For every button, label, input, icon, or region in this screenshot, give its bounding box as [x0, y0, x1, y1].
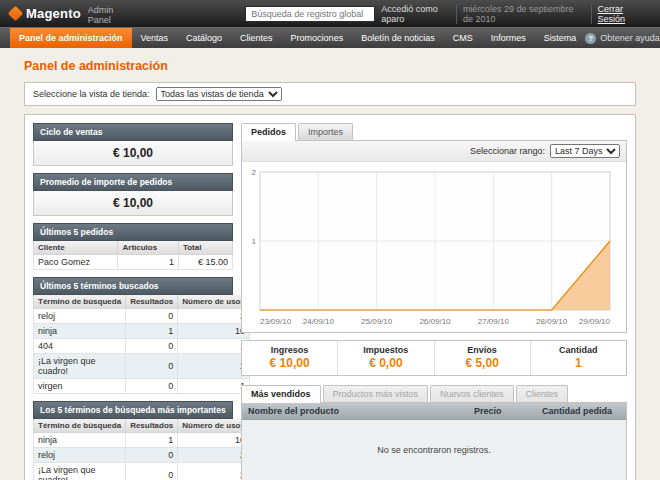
svg-text:28/09/10: 28/09/10: [536, 317, 568, 326]
help-label: Obtener ayuda para esta página: [600, 33, 660, 43]
search-term: ninja: [34, 433, 126, 448]
svg-text:24/09/10: 24/09/10: [303, 317, 335, 326]
col-results: Resultados: [126, 419, 178, 433]
chart-tabs: Pedidos Importes: [241, 123, 627, 140]
store-switcher: Seleccione la vista de tienda: Todas las…: [24, 82, 636, 106]
grid-empty-message: No se encontraron registros.: [242, 420, 626, 480]
lifetime-sales-title: Ciclo de ventas: [33, 123, 233, 141]
top-search-section: Los 5 términos de búsqueda más important…: [33, 401, 233, 480]
col-articulos: Artículos: [118, 241, 178, 255]
col-cliente: Cliente: [34, 241, 118, 255]
stat-value: 1: [531, 356, 626, 370]
tab-pedidos[interactable]: Pedidos: [241, 123, 296, 141]
nav-item-promociones[interactable]: Promociones: [282, 28, 353, 48]
stats-row: Ingresos € 10,00 Impuestos € 0,00 Envíos…: [241, 340, 627, 376]
main-nav: Panel de administración Ventas Catálogo …: [0, 27, 660, 48]
dashboard-left-column: Ciclo de ventas € 10,00 Promedio de impo…: [33, 123, 233, 472]
help-link[interactable]: ? Obtener ayuda para esta página: [585, 28, 660, 48]
search-results: 0: [126, 463, 178, 480]
average-orders-value: € 10,00: [33, 191, 233, 216]
stat-value: € 10,00: [242, 356, 337, 370]
search-term-row[interactable]: ninja 1 10: [34, 433, 250, 448]
range-bar: Seleccionar rango: Last 7 Days: [242, 141, 626, 162]
search-term: virgen: [34, 379, 126, 394]
search-term: 404: [34, 339, 126, 354]
grid-tabs: Más vendidos Productos más vistos Nuevos…: [241, 385, 627, 402]
magento-logo-icon: [8, 6, 24, 22]
nav-item-ventas[interactable]: Ventas: [132, 28, 178, 48]
tab-productos-mas-vistos[interactable]: Productos más vistos: [323, 385, 429, 402]
search-uses: 10: [178, 433, 250, 448]
stat-value: € 5,00: [435, 356, 530, 370]
search-term-row[interactable]: reloj 0 2: [34, 448, 250, 463]
tab-importes[interactable]: Importes: [298, 123, 353, 140]
logout-link[interactable]: Cerrar Sesión: [591, 4, 650, 24]
search-results: 0: [126, 309, 178, 324]
stat-label: Ingresos: [242, 345, 337, 355]
store-view-label: Seleccione la vista de tienda:: [33, 89, 150, 99]
tab-mas-vendidos[interactable]: Más vendidos: [241, 385, 321, 403]
nav-item-informes[interactable]: Informes: [482, 28, 535, 48]
global-search-input[interactable]: [245, 6, 375, 22]
nav-item-cms[interactable]: CMS: [444, 28, 482, 48]
dashboard-panel: Ciclo de ventas € 10,00 Promedio de impo…: [24, 114, 636, 480]
svg-text:1: 1: [252, 237, 257, 246]
search-term-row[interactable]: reloj 0 2: [34, 309, 250, 324]
search-results: 0: [126, 379, 178, 394]
header-right: Accedió como aparo miércoles 29 de septi…: [375, 4, 650, 24]
nav-item-sistema[interactable]: Sistema: [535, 28, 586, 48]
col-term: Término de búsqueda: [34, 295, 126, 309]
nav-item-boletin[interactable]: Boletín de noticias: [352, 28, 444, 48]
stat-cantidad: Cantidad 1: [530, 341, 626, 375]
stat-label: Cantidad: [531, 345, 626, 355]
order-row[interactable]: Paco Gomez 1 € 15.00: [34, 255, 233, 270]
nav-item-dashboard[interactable]: Panel de administración: [10, 28, 132, 48]
svg-text:26/09/10: 26/09/10: [419, 317, 451, 326]
search-results: 0: [126, 448, 178, 463]
search-term-row[interactable]: ¡La virgen que cuadro! 0 2: [34, 463, 250, 480]
col-uses: Número de usos: [178, 419, 250, 433]
search-term: reloj: [34, 309, 126, 324]
orders-chart: 23/09/1024/09/1025/09/1026/09/1027/09/10…: [242, 162, 622, 332]
svg-text:2: 2: [252, 168, 257, 177]
tab-nuevos-clientes[interactable]: Nuevos clientes: [430, 385, 514, 402]
search-uses: 2: [178, 448, 250, 463]
stat-impuestos: Impuestos € 0,00: [337, 341, 433, 375]
stat-ingresos: Ingresos € 10,00: [242, 341, 337, 375]
col-product-name: Nombre del producto: [242, 403, 468, 419]
order-items: 1: [118, 255, 178, 270]
search-term-row[interactable]: ¡La virgen que cuadro! 0 2: [34, 354, 250, 379]
dashboard-right-column: Pedidos Importes Seleccionar rango: Last…: [241, 123, 627, 472]
col-term: Término de búsqueda: [34, 419, 126, 433]
lifetime-sales-section: Ciclo de ventas € 10,00: [33, 123, 233, 166]
search-term-row[interactable]: 404 0 1: [34, 339, 250, 354]
search-term-row[interactable]: ninja 1 10: [34, 324, 250, 339]
svg-text:27/09/10: 27/09/10: [478, 317, 510, 326]
search-term-row[interactable]: virgen 0 1: [34, 379, 250, 394]
search-term: reloj: [34, 448, 126, 463]
products-grid: Nombre del producto Precio Cantidad pedi…: [241, 402, 627, 480]
col-qty-ordered: Cantidad pedida: [536, 403, 626, 419]
chart-panel: Seleccionar rango: Last 7 Days 23/09/102…: [241, 140, 627, 333]
svg-text:23/09/10: 23/09/10: [260, 317, 292, 326]
tab-clientes[interactable]: Clientes: [516, 385, 569, 402]
range-select[interactable]: Last 7 Days: [550, 144, 620, 158]
svg-text:29/09/10: 29/09/10: [579, 317, 611, 326]
average-orders-section: Promedio de importe de pedidos € 10,00: [33, 173, 233, 216]
top-header: Magento Admin Panel Accedió como aparo m…: [0, 0, 660, 27]
col-uses: Número de usos: [178, 295, 250, 309]
nav-item-clientes[interactable]: Clientes: [231, 28, 282, 48]
search-term: ¡La virgen que cuadro!: [34, 354, 126, 379]
nav-item-catalogo[interactable]: Catálogo: [177, 28, 231, 48]
help-icon: ?: [585, 33, 596, 44]
search-uses: 2: [178, 354, 250, 379]
search-uses: 2: [178, 463, 250, 480]
search-uses: 2: [178, 309, 250, 324]
brand-text: Magento: [26, 6, 81, 21]
store-view-select[interactable]: Todas las vistas de tienda: [156, 87, 282, 101]
brand-suffix-text: Admin Panel: [88, 2, 120, 25]
last-orders-title: Últimos 5 pedidos: [33, 223, 233, 241]
lifetime-sales-value: € 10,00: [33, 141, 233, 166]
search-results: 0: [126, 354, 178, 379]
search-uses: 1: [178, 379, 250, 394]
